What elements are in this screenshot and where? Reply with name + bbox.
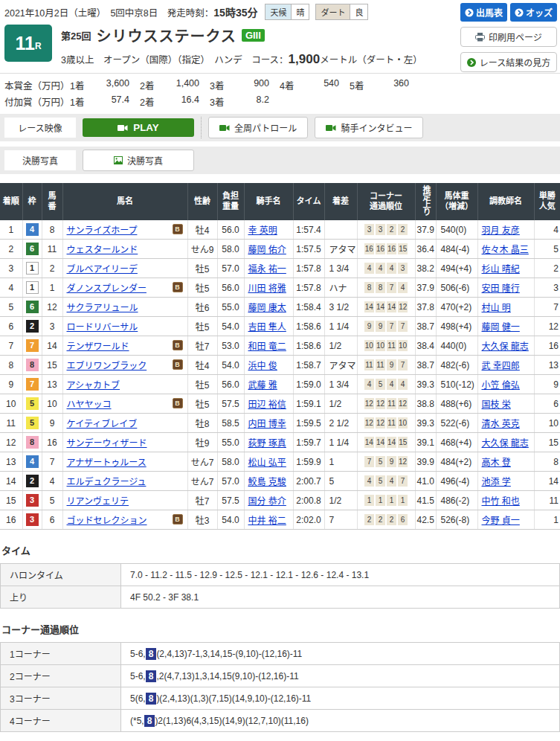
horse-name-link[interactable]: サンライズホープ [67,225,138,236]
horse-name-link[interactable]: サクラアリュール [67,303,138,313]
last-3f: 38.7 [415,356,436,375]
race-distance: 1,900 [289,52,321,66]
trainer-link[interactable]: 村山 明 [482,303,511,313]
prize-place-label: 1着 [70,94,95,109]
jockey-link[interactable]: 福永 祐一 [248,264,286,275]
win-popularity: 16 [534,336,560,356]
jockey-link[interactable]: 内田 博幸 [248,419,286,429]
horse-name-link[interactable]: テンザワールド [67,341,129,352]
finish-time: 1:59.1 [293,394,324,414]
horse-name-link[interactable]: ダノンスプレンダー [67,283,147,294]
trainer-link[interactable]: 安田 隆行 [482,283,520,294]
jockey-link[interactable]: 田辺 裕信 [248,400,286,410]
time-row-label: ハロンタイム [1,564,121,586]
jockey-link[interactable]: 藤岡 佑介 [248,245,286,255]
horse-weight: 484(+2) [436,452,477,472]
jockey-link[interactable]: 吉田 隼人 [248,322,286,333]
horse-weight: 540(0) [436,220,477,240]
trainer-link[interactable]: 中竹 和也 [482,496,520,507]
trainer-link[interactable]: 大久保 龍志 [482,341,529,352]
horse-name-link[interactable]: エルデュクラージュ [67,477,147,487]
horse-name-link[interactable]: ハヤヤッコ [67,400,112,410]
jockey-link[interactable]: 中井 裕二 [248,516,286,526]
frame-badge: 2 [26,475,39,487]
finish-photo-button[interactable]: 決勝写真 [83,150,194,171]
win-popularity: 2 [534,259,560,278]
horse-number: 13 [42,375,62,394]
jockey-link[interactable]: 鮫島 克駿 [248,477,286,487]
jockey-link[interactable]: 浜中 俊 [248,361,277,371]
horse-number: 6 [42,510,62,530]
horse-name-link[interactable]: ウェスタールンド [67,245,138,255]
corner-table: 1コーナー5-6,8(2,4,13)7-1,3,14,15-(9,10)-(12… [0,642,560,732]
results-column-header: 着順 [0,183,22,220]
trainer-link[interactable]: 武 幸四郎 [482,361,520,371]
corner-positions: 4544 [357,375,415,394]
jockey-link[interactable]: 和田 竜二 [248,341,286,352]
trainer-link[interactable]: 杉山 晴紀 [482,264,520,275]
horse-name-link[interactable]: ケイティブレイブ [67,419,138,429]
horse-name-link[interactable]: エブリワンブラック [67,361,147,371]
jockey-link[interactable]: 松山 弘平 [248,458,286,468]
jockey-link[interactable]: 武藤 雅 [248,380,277,391]
results-tbody: 148サンライズホープB牡456.0幸 英明1:57.4332237.9540(… [0,220,560,530]
finish-position: 6 [0,317,22,336]
jockey-interview-button[interactable]: 騎手インタビュー [315,117,423,138]
added-prize-row: 付加賞（万円） 1着57.42着16.43着8.2 [4,94,556,109]
weight-carried: 53.0 [217,336,244,356]
horse-name-link[interactable]: ブルベアイリーデ [67,264,138,275]
prize-place-label: 3着 [210,94,235,109]
video-camera-icon [118,124,128,132]
jockey-link[interactable]: 国分 恭介 [248,496,286,507]
trainer-link[interactable]: 池添 学 [482,477,511,487]
frame-badge: 2 [26,320,39,333]
trainer-link[interactable]: 羽月 友彦 [482,225,520,236]
horse-weight: 484(-4) [436,240,477,259]
trainer-link[interactable]: 今野 貞一 [482,516,520,526]
weight-carried: 56.0 [217,278,244,298]
trainer-link[interactable]: 藤岡 健一 [482,322,520,333]
result-row: 9713アシャカトブ牡556.0武藤 雅1:59.01 3/4454439.35… [0,375,560,394]
play-button[interactable]: PLAY [83,118,194,137]
horse-name-link[interactable]: ロードリバーサル [67,322,138,333]
trainer-link[interactable]: 小笠 倫弘 [482,380,520,391]
jockey-link[interactable]: 川田 将雅 [248,283,286,294]
finish-time: 1:58.6 [293,336,324,356]
trainer-link[interactable]: 佐々木 晶三 [482,245,529,255]
corner-row: 4コーナー(*5,8)2(1,13)6(4,3,15)(14,9)(12,7,1… [1,710,560,732]
win-popularity: 12 [534,317,560,336]
jockey-link[interactable]: 幸 英明 [248,225,277,236]
trainer-link[interactable]: 大久保 龍志 [482,438,529,449]
prize-amount: 1,400 [165,78,199,92]
sex-age: 牡6 [187,298,217,317]
win-popularity: 1 [534,510,560,530]
results-guide-button[interactable]: レース結果の見方 [460,52,557,72]
entry-table-button[interactable]: 出馬表 [460,3,507,22]
jockey-link[interactable]: 藤岡 康太 [248,303,286,313]
horse-number: 1 [42,278,62,298]
trainer-link[interactable]: 高木 登 [482,458,511,468]
prize-place-label: 1着 [70,78,95,92]
weight-carried: 58.5 [217,414,244,433]
sex-age: 牡4 [187,220,217,240]
horse-name-link[interactable]: ゴッドセレクション [67,516,147,526]
trainer-link[interactable]: 国枝 栄 [482,400,511,410]
odds-button[interactable]: オッズ [510,3,557,22]
print-page-button[interactable]: 印刷用ページ [460,27,557,47]
finish-photo-strip: 決勝写真 決勝写真 [0,147,560,174]
horse-name-link[interactable]: リアンヴェリテ [67,496,129,507]
horse-name-link[interactable]: サンデーウィザード [67,438,147,449]
result-row: 5612サクラアリュール牡655.0藤岡 康太1:58.43 1/2141414… [0,298,560,317]
track-label: ダート [315,4,350,20]
horse-name-link[interactable]: アシャカトブ [67,380,120,391]
corner-row-label: 4コーナー [1,710,121,732]
results-column-header: 枠 [22,183,42,220]
jockey-link[interactable]: 荻野 琢真 [248,438,286,449]
sex-age: 牡5 [187,394,217,414]
margin [324,220,357,240]
trainer-link[interactable]: 清水 英克 [482,419,520,429]
horse-name-link[interactable]: アナザートゥルース [67,458,147,468]
patrol-video-button[interactable]: 全周パトロール [208,117,308,138]
finish-time: 1:57.5 [293,240,324,259]
finish-position: 7 [0,336,22,356]
